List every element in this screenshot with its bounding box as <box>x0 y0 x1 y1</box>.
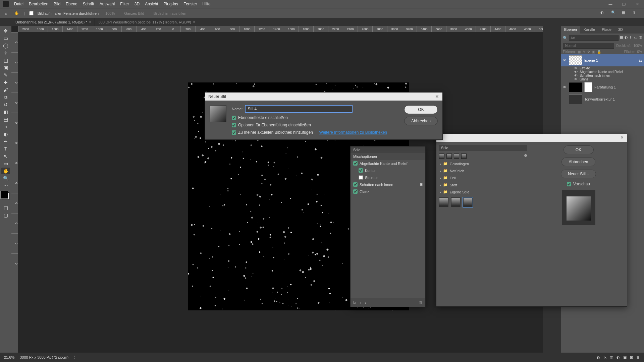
style-inner-shadow[interactable]: Schatten nach innen⊞ <box>351 181 425 188</box>
lock-icon[interactable]: 🔒 <box>597 50 601 54</box>
heal-tool[interactable]: ✚ <box>1 79 10 86</box>
zoom-level[interactable]: 21,6% <box>4 355 14 359</box>
cancel-button[interactable]: Abbrechen <box>404 117 438 125</box>
filter-pixel-icon[interactable]: ▦ <box>620 35 623 41</box>
library-info-link[interactable]: Weitere Informationen zu Bibliotheken <box>319 130 387 135</box>
menu-filter[interactable]: Filter <box>117 2 132 6</box>
color-swatch[interactable] <box>2 192 9 200</box>
maximize-button[interactable]: ▢ <box>617 0 631 8</box>
preview-checkbox[interactable] <box>567 182 571 186</box>
trash-icon[interactable]: 🗑 <box>419 300 423 304</box>
fill-value[interactable]: 0% <box>637 50 642 54</box>
menu-bearbeiten[interactable]: Bearbeiten <box>26 2 51 6</box>
menu-plugins[interactable]: Plug-ins <box>161 2 181 6</box>
layer-thumb[interactable] <box>569 55 582 65</box>
screenmode-tool[interactable]: ▢ <box>1 212 10 219</box>
status-icon[interactable]: ⊞ <box>630 355 633 360</box>
fx-icon[interactable]: fx <box>353 300 356 304</box>
pen-tool[interactable]: ✒ <box>1 138 10 145</box>
style-preset[interactable] <box>451 197 461 207</box>
close-button[interactable]: ✕ <box>631 0 644 8</box>
mask-thumb[interactable] <box>584 82 592 92</box>
folder-eigene[interactable]: ›📁Eigene Stile <box>439 188 527 195</box>
tab-kanaele[interactable]: Kanäle <box>580 26 598 34</box>
wand-tool[interactable]: ✧ <box>1 50 10 56</box>
stamp-tool[interactable]: ⧉ <box>1 94 10 101</box>
menu-ebene[interactable]: Ebene <box>63 2 80 6</box>
close-icon[interactable]: ✕ <box>617 134 627 142</box>
include-effects-row[interactable]: Ebeneneffekte einschließen <box>232 115 399 120</box>
fit-whole-button[interactable]: Ganzes Bild <box>121 11 147 16</box>
workspace-icon[interactable]: ▦ <box>622 10 628 16</box>
visibility-icon[interactable]: 👁 <box>563 85 567 89</box>
layer-row[interactable]: Tonwertkorrektur 1 <box>561 93 644 105</box>
fx-item[interactable]: 👁Schatten nach innen <box>561 74 644 77</box>
path-tool[interactable]: ↖ <box>1 153 10 160</box>
status-icon[interactable]: ◐ <box>597 355 600 360</box>
status-icon[interactable]: ▣ <box>623 355 627 360</box>
lock-position-icon[interactable]: ✎ <box>583 50 585 54</box>
add-icon[interactable]: ⊞ <box>420 182 423 187</box>
style-checkbox[interactable] <box>359 168 363 173</box>
style-satin[interactable]: Glanz <box>351 188 425 195</box>
filter-adjust-icon[interactable]: ◐ <box>625 35 628 41</box>
minimize-button[interactable]: — <box>604 0 617 8</box>
include-fill-checkbox[interactable] <box>232 123 236 127</box>
lock-artboard-icon[interactable]: ▣ <box>592 50 595 54</box>
dodge-tool[interactable]: ◐ <box>1 131 10 137</box>
doc-tab-active[interactable]: Unbenannt-1 bei 21,6% (Ebene 1, RGB/8) *… <box>12 18 95 26</box>
style-preset-selected[interactable] <box>463 197 473 207</box>
folder-natuerlich[interactable]: ›📁Natürlich <box>439 167 527 174</box>
status-icon[interactable]: ◫ <box>610 355 613 360</box>
menu-auswahl[interactable]: Auswahl <box>97 2 117 6</box>
crop-tool[interactable]: ◫ <box>1 57 10 64</box>
down-icon[interactable]: ↓ <box>365 300 367 304</box>
filter-smart-icon[interactable]: ◫ <box>639 35 642 41</box>
share-icon[interactable]: ⇪ <box>633 10 639 16</box>
lasso-tool[interactable]: ◯ <box>1 42 10 49</box>
tab-3d[interactable]: 3D <box>615 26 626 34</box>
blur-tool[interactable]: ○ <box>1 123 10 130</box>
zoom-100-button[interactable]: 100% <box>103 11 117 16</box>
style-bevel[interactable]: Abgeflachte Kante und Relief <box>351 160 425 167</box>
lock-all-icon[interactable]: ✥ <box>587 50 590 54</box>
tab-ebenen[interactable]: Ebenen <box>561 26 580 34</box>
ok-button[interactable]: OK <box>564 145 594 154</box>
layer-row[interactable]: 👁 Ebene 1 fx <box>561 54 644 66</box>
gradient-tool[interactable]: ▤ <box>1 116 10 123</box>
style-thumb[interactable] <box>461 154 467 159</box>
style-checkbox[interactable] <box>353 189 358 194</box>
layer-name[interactable]: Ebene 1 <box>584 58 598 62</box>
zoom-tool[interactable]: 🔍 <box>1 175 10 182</box>
style-thumb[interactable] <box>446 154 452 159</box>
doc-dimensions[interactable]: 3000 Px x 3000 Px (72 ppcm) <box>20 355 68 359</box>
tab-pfade[interactable]: Pfade <box>598 26 615 34</box>
layer-name[interactable]: Farbfüllung 1 <box>594 85 616 89</box>
fx-item[interactable]: 👁Glanz <box>561 77 644 81</box>
style-thumb[interactable] <box>454 154 459 159</box>
include-fill-row[interactable]: Optionen für Ebenenfüllung einschließen <box>232 123 399 127</box>
ok-button[interactable]: OK <box>404 105 438 114</box>
move-tool[interactable]: ✥ <box>1 27 10 34</box>
filter-type-icon[interactable]: T <box>629 35 633 41</box>
hand-tool[interactable]: ✋ <box>1 168 10 174</box>
edit-toolbar[interactable]: ⋯ <box>1 182 10 189</box>
scroll-all-checkbox[interactable] <box>29 11 34 15</box>
cloud-sync-icon[interactable]: ◐ <box>600 10 606 16</box>
include-effects-checkbox[interactable] <box>232 116 236 120</box>
menu-datei[interactable]: Datei <box>11 2 26 6</box>
fill-screen-button[interactable]: Bildschirm ausfüllen <box>151 11 189 16</box>
layer-row[interactable]: 👁 Farbfüllung 1 <box>561 81 644 93</box>
close-icon[interactable]: × <box>89 20 91 24</box>
style-contour[interactable]: Kontur <box>351 167 425 174</box>
gear-icon[interactable]: ⚙ <box>524 154 527 159</box>
quickmask-tool[interactable]: ◫ <box>1 204 10 211</box>
status-arrow[interactable]: 〉 <box>74 355 77 360</box>
search-icon[interactable]: 🔍 <box>611 10 617 16</box>
type-tool[interactable]: T <box>1 145 10 152</box>
style-checkbox[interactable] <box>359 175 363 180</box>
hand-tool-icon[interactable]: ✋ <box>13 10 20 17</box>
new-style-button[interactable]: Neuer Stil... <box>561 170 596 178</box>
status-icon[interactable]: ◐ <box>616 355 620 360</box>
up-icon[interactable]: ↑ <box>360 300 362 304</box>
